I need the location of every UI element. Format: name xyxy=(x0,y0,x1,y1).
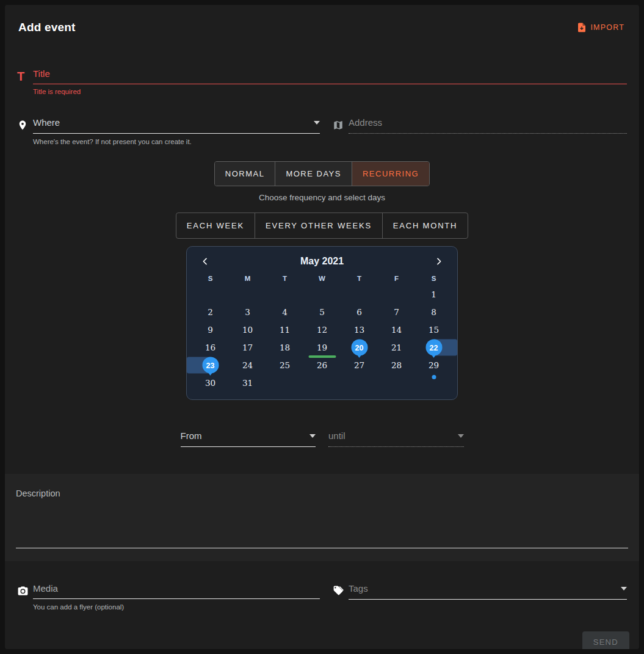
calendar-day-number: 31 xyxy=(242,378,253,388)
frequency-tabs: EACH WEEK EVERY OTHER WEEKS EACH MONTH xyxy=(176,213,469,239)
calendar-day[interactable]: 7 xyxy=(378,303,415,321)
calendar-day[interactable]: 26 xyxy=(303,357,341,374)
calendar-weekday: T xyxy=(266,275,303,282)
calendar-day[interactable]: 25 xyxy=(266,357,303,374)
calendar-day[interactable]: 22 xyxy=(415,339,452,357)
calendar-day-number: 1 xyxy=(431,289,436,299)
calendar-week-row: 1 xyxy=(192,286,452,303)
calendar-day[interactable]: 5 xyxy=(303,303,341,321)
title-field-row: T Title is required xyxy=(5,68,639,95)
calendar-prev-button[interactable] xyxy=(197,253,214,269)
calendar-day[interactable]: 4 xyxy=(266,303,303,321)
calendar-day-number: 20 xyxy=(355,344,364,352)
calendar-day[interactable]: 12 xyxy=(303,321,341,339)
calendar-day-empty xyxy=(378,374,415,392)
calendar-day[interactable]: 30 xyxy=(192,374,229,392)
calendar-day[interactable]: 15 xyxy=(415,321,452,339)
calendar-week-row: 23242526272829 xyxy=(192,357,452,374)
calendar-day-empty xyxy=(266,286,303,303)
from-select-value: From xyxy=(181,431,202,441)
calendar-day[interactable]: 19 xyxy=(303,339,341,357)
add-event-dialog: Add event IMPORT T Title is required xyxy=(5,5,639,649)
calendar-day[interactable]: 6 xyxy=(341,303,378,321)
chevron-left-icon xyxy=(200,256,210,266)
tab-recurring[interactable]: RECURRING xyxy=(352,162,429,186)
tab-more-days[interactable]: MORE DAYS xyxy=(275,162,352,186)
where-select[interactable]: Where Where's the event? If not present … xyxy=(33,117,320,145)
calendar-weekday: M xyxy=(229,275,266,282)
tab-each-month[interactable]: EACH MONTH xyxy=(382,213,468,238)
tab-each-week[interactable]: EACH WEEK xyxy=(176,213,255,238)
calendar-weekday: T xyxy=(341,275,378,282)
calendar-day-empty xyxy=(341,286,378,303)
calendar-day[interactable]: 24 xyxy=(229,357,266,374)
send-button[interactable]: SEND xyxy=(582,631,629,649)
description-textarea[interactable] xyxy=(16,489,628,548)
calendar-day[interactable]: 21 xyxy=(378,339,415,357)
calendar-day[interactable]: 11 xyxy=(266,321,303,339)
calendar-weekday-row: SMTWTFS xyxy=(192,275,452,282)
chevron-down-icon xyxy=(458,434,464,438)
media-field: You can add a flyer (optional) xyxy=(33,583,320,611)
dialog-actions: SEND xyxy=(5,631,639,649)
calendar-day-number: 2 xyxy=(208,307,213,317)
calendar-day-number: 11 xyxy=(280,325,290,335)
title-input[interactable] xyxy=(33,68,627,84)
from-time-select[interactable]: From xyxy=(181,431,316,447)
calendar-day[interactable]: 16 xyxy=(192,339,229,357)
calendar-day-empty xyxy=(341,374,378,392)
calendar-day[interactable]: 10 xyxy=(229,321,266,339)
calendar-next-button[interactable] xyxy=(430,253,447,269)
address-input[interactable] xyxy=(349,117,627,134)
calendar-weekday: F xyxy=(378,275,415,282)
media-input[interactable] xyxy=(33,583,320,599)
calendar: May 2021 SMTWTFS 12345678910111213141516… xyxy=(186,246,458,400)
calendar-day-number: 5 xyxy=(319,307,325,317)
calendar-day-number: 3 xyxy=(245,307,250,317)
calendar-day-number: 7 xyxy=(394,307,399,317)
calendar-day[interactable]: 31 xyxy=(229,374,266,392)
address-field xyxy=(349,117,627,134)
calendar-day-empty xyxy=(415,374,452,392)
calendar-day-number: 16 xyxy=(205,343,215,352)
title-error-text: Title is required xyxy=(33,88,627,95)
tab-normal[interactable]: NORMAL xyxy=(215,162,275,186)
calendar-week-row: 9101112131415 xyxy=(192,321,452,339)
calendar-day[interactable]: 8 xyxy=(415,303,452,321)
import-file-icon xyxy=(576,22,587,33)
calendar-day-empty xyxy=(303,374,341,392)
until-time-select[interactable]: until xyxy=(328,431,464,447)
calendar-day[interactable]: 20 xyxy=(341,339,378,357)
calendar-day[interactable]: 18 xyxy=(266,339,303,357)
import-button[interactable]: IMPORT xyxy=(576,22,624,33)
calendar-day-empty xyxy=(229,286,266,303)
calendar-day[interactable]: 14 xyxy=(378,321,415,339)
media-tags-row: You can add a flyer (optional) Tags xyxy=(5,583,639,611)
calendar-day-number: 10 xyxy=(242,325,253,335)
calendar-header: May 2021 xyxy=(192,252,452,271)
calendar-day[interactable]: 28 xyxy=(378,357,415,374)
page-title: Add event xyxy=(18,21,76,34)
calendar-day-number: 14 xyxy=(391,325,402,335)
tags-icon xyxy=(333,583,349,597)
calendar-day-number: 30 xyxy=(205,378,215,388)
calendar-day[interactable]: 27 xyxy=(341,357,378,374)
calendar-day[interactable]: 13 xyxy=(341,321,378,339)
calendar-day-number: 4 xyxy=(282,307,288,317)
calendar-day[interactable]: 23 xyxy=(192,357,229,374)
calendar-weekday: S xyxy=(192,275,229,282)
tags-select[interactable]: Tags xyxy=(349,583,627,600)
calendar-day-number: 19 xyxy=(317,343,327,352)
tab-every-other-weeks[interactable]: EVERY OTHER WEEKS xyxy=(255,213,382,238)
calendar-day-number: 24 xyxy=(242,360,253,370)
import-label: IMPORT xyxy=(590,23,624,32)
calendar-day[interactable]: 9 xyxy=(192,321,229,339)
calendar-day[interactable]: 29 xyxy=(415,357,452,374)
calendar-day[interactable]: 1 xyxy=(415,286,452,303)
calendar-day[interactable]: 3 xyxy=(229,303,266,321)
calendar-weekday: S xyxy=(415,275,452,282)
time-range-row: From until xyxy=(181,431,464,447)
calendar-day[interactable]: 2 xyxy=(192,303,229,321)
calendar-day-number: 15 xyxy=(429,325,439,335)
calendar-day[interactable]: 17 xyxy=(229,339,266,357)
